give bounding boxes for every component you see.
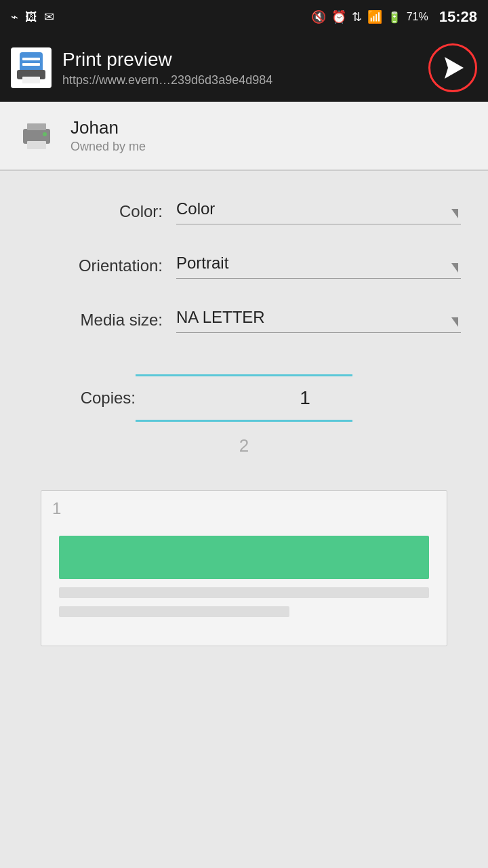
printer-owner: Owned by me xyxy=(70,140,146,154)
app-bar-title: Print preview xyxy=(62,48,428,71)
media-size-setting-row: Media size: NA LETTER xyxy=(0,293,488,347)
copies-next-value: 2 xyxy=(0,422,488,463)
svg-rect-1 xyxy=(22,58,40,60)
scroll-line-bottom xyxy=(136,420,352,422)
status-icons-left: ⌁ 🖼 ✉ xyxy=(11,9,54,24)
media-size-value[interactable]: NA LETTER xyxy=(176,308,461,333)
alarm-icon: ⏰ xyxy=(331,9,346,24)
color-dropdown[interactable]: Color xyxy=(176,199,461,224)
status-time: 15:28 xyxy=(439,8,477,26)
app-bar: Print preview https://www.evern…239d6d3a… xyxy=(0,34,488,102)
preview-green-bar xyxy=(59,536,429,579)
printer-name: Johan xyxy=(70,117,146,138)
printer-info: Johan Owned by me xyxy=(70,117,146,154)
orientation-setting-row: Orientation: Portrait xyxy=(0,239,488,293)
orientation-label: Orientation: xyxy=(27,256,176,275)
svg-rect-4 xyxy=(22,77,40,83)
battery-icon: 🔋 xyxy=(388,11,401,24)
media-size-dropdown[interactable]: NA LETTER xyxy=(176,308,461,333)
orientation-dropdown-arrow xyxy=(451,263,458,273)
sync-icon: ⇅ xyxy=(352,9,362,24)
copies-row: Copies: 1 xyxy=(0,387,488,409)
preview-content-line-2 xyxy=(59,606,289,617)
copies-section: Copies: 1 xyxy=(0,374,488,422)
preview-area: 1 xyxy=(0,477,488,646)
copies-value: 1 xyxy=(149,387,461,409)
app-bar-url: https://www.evern…239d6d3a9e4d984 xyxy=(62,73,428,87)
scroll-line-top xyxy=(136,374,352,376)
media-size-label: Media size: xyxy=(27,311,176,330)
signal-icon: 📶 xyxy=(367,9,382,24)
svg-point-9 xyxy=(43,132,47,136)
color-setting-row: Color: Color xyxy=(0,184,488,239)
settings-area: Color: Color Orientation: Portrait Media… xyxy=(0,171,488,477)
app-bar-text: Print preview https://www.evern…239d6d3a… xyxy=(62,48,428,88)
media-size-dropdown-arrow xyxy=(451,317,458,327)
svg-marker-5 xyxy=(445,57,464,79)
svg-rect-0 xyxy=(20,52,43,73)
usb-icon: ⌁ xyxy=(11,9,18,24)
status-bar: ⌁ 🖼 ✉ 🔇 ⏰ ⇅ 📶 🔋 71% 15:28 xyxy=(0,0,488,34)
preview-page-number: 1 xyxy=(52,499,61,518)
app-icon-svg xyxy=(14,51,48,85)
printer-header: Johan Owned by me xyxy=(0,102,488,170)
spacer xyxy=(0,347,488,374)
svg-rect-8 xyxy=(27,141,46,149)
color-label: Color: xyxy=(27,202,176,221)
orientation-value[interactable]: Portrait xyxy=(176,254,461,279)
svg-rect-2 xyxy=(22,63,40,66)
mute-icon: 🔇 xyxy=(311,9,326,24)
printer-icon-wrap xyxy=(16,115,57,156)
printer-icon xyxy=(19,118,54,153)
image-icon: 🖼 xyxy=(25,10,37,24)
preview-page: 1 xyxy=(41,490,447,646)
orientation-dropdown[interactable]: Portrait xyxy=(176,254,461,279)
mail-icon: ✉ xyxy=(44,9,54,24)
svg-rect-7 xyxy=(27,123,46,130)
app-icon xyxy=(11,47,52,88)
battery-percentage: 71% xyxy=(407,11,428,23)
preview-content-line-1 xyxy=(59,587,429,598)
send-button[interactable] xyxy=(428,43,477,92)
color-dropdown-arrow xyxy=(451,209,458,218)
status-icons-right: 🔇 ⏰ ⇅ 📶 🔋 71% 15:28 xyxy=(311,8,477,26)
copies-label: Copies: xyxy=(27,389,149,408)
color-value[interactable]: Color xyxy=(176,199,461,224)
send-icon xyxy=(439,54,466,81)
